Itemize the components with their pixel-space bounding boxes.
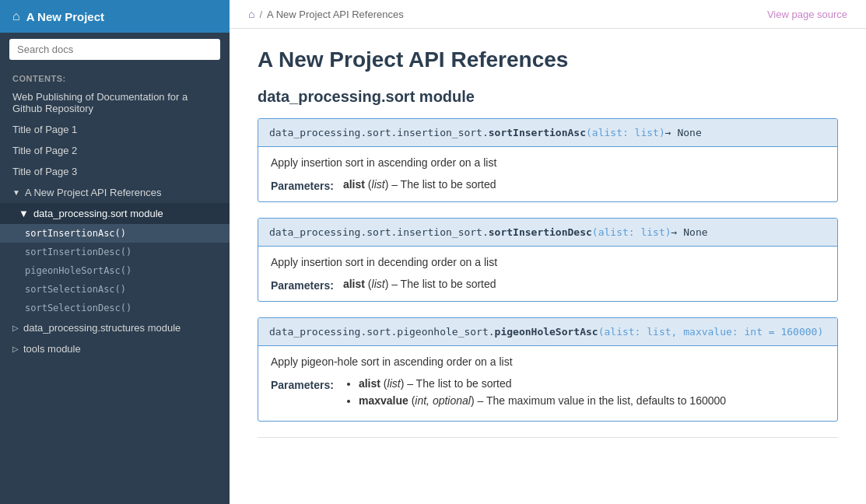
param-alist: alist (list) – The list to be sorted	[359, 377, 825, 390]
sig-name-1: sortInsertionAsc	[489, 127, 586, 138]
page-title: A New Project API References	[258, 47, 838, 72]
function-body-3: Apply pigeon-hole sort in ascending orde…	[258, 346, 837, 421]
submenu-item-sortSelectionDesc[interactable]: sortSelectionDesc()	[0, 299, 230, 317]
function-signature-2: data_processing.sort.insertion_sort.sort…	[258, 219, 837, 247]
function-desc-1: Apply insertion sort in ascending order …	[271, 156, 825, 169]
sig-prefix-3: data_processing.sort.pigeonhole_sort.	[269, 326, 495, 338]
function-signature-3: data_processing.sort.pigeonhole_sort.pig…	[258, 318, 837, 346]
contents-label: CONTENTS:	[0, 66, 230, 86]
params-list-3: alist (list) – The list to be sorted max…	[343, 377, 825, 411]
sidebar-item-page2[interactable]: Title of Page 2	[0, 140, 230, 161]
params-row-2: Parameters: alist (list) – The list to b…	[271, 278, 825, 292]
sidebar-item-api-ref[interactable]: ▼ A New Project API References	[0, 182, 230, 203]
submenu-item-sortInsertionAsc[interactable]: sortInsertionAsc()	[0, 224, 230, 243]
submenu-item-sortSelectionAsc[interactable]: sortSelectionAsc()	[0, 280, 230, 299]
params-content-2: alist (list) – The list to be sorted	[343, 278, 825, 290]
function-block-sortInsertionDesc: data_processing.sort.insertion_sort.sort…	[258, 218, 838, 302]
search-input[interactable]	[9, 39, 220, 60]
sig-return-2: → None	[671, 226, 708, 238]
module-title: data_processing.sort module	[258, 88, 838, 106]
tools-module-label: tools module	[23, 343, 81, 355]
home-icon: ⌂	[12, 9, 20, 23]
view-page-source-link[interactable]: View page source	[767, 9, 847, 20]
current-module-label: data_processing.sort module	[33, 208, 163, 219]
function-desc-3: Apply pigeon-hole sort in ascending orde…	[271, 355, 825, 368]
module-expand-icon: ▼	[19, 208, 29, 219]
sidebar-current-module[interactable]: ▼ data_processing.sort module	[0, 203, 230, 224]
sig-prefix-2: data_processing.sort.insertion_sort.	[269, 226, 489, 238]
breadcrumb-current: A New Project API References	[267, 9, 404, 20]
api-ref-label: A New Project API References	[25, 187, 162, 198]
expand-icon: ▼	[12, 188, 20, 197]
sidebar-item-structures-module[interactable]: ▷ data_processing.structures module	[0, 317, 230, 338]
params-label-2: Parameters:	[271, 278, 334, 292]
sig-params-1: (alist: list)	[586, 127, 665, 138]
function-block-pigeonHoleSortAsc: data_processing.sort.pigeonhole_sort.pig…	[258, 317, 838, 422]
breadcrumb: ⌂ / A New Project API References	[248, 8, 404, 20]
params-row-1: Parameters: alist (list) – The list to b…	[271, 178, 825, 192]
sig-name-3: pigeonHoleSortAsc	[495, 326, 598, 338]
sig-prefix-1: data_processing.sort.insertion_sort.	[269, 127, 489, 138]
bottom-divider	[258, 437, 838, 438]
sig-name-2: sortInsertionDesc	[489, 226, 592, 238]
expand-icon-structures: ▷	[12, 324, 19, 332]
breadcrumb-home-icon[interactable]: ⌂	[248, 8, 254, 20]
function-body-2: Apply insertion sort in decending order …	[258, 247, 837, 301]
sidebar-item-tools-module[interactable]: ▷ tools module	[0, 338, 230, 359]
function-block-sortInsertionAsc: data_processing.sort.insertion_sort.sort…	[258, 118, 838, 202]
submenu-item-sortInsertionDesc[interactable]: sortInsertionDesc()	[0, 243, 230, 261]
function-signature-1: data_processing.sort.insertion_sort.sort…	[258, 119, 837, 147]
params-content-1: alist (list) – The list to be sorted	[343, 178, 825, 191]
params-label-3: Parameters:	[271, 377, 334, 391]
sidebar-item-page3[interactable]: Title of Page 3	[0, 161, 230, 182]
main-content: ⌂ / A New Project API References View pa…	[230, 0, 866, 504]
sidebar-item-web-publishing[interactable]: Web Publishing of Documentation for a Gi…	[0, 86, 230, 119]
expand-icon-tools: ▷	[12, 345, 19, 353]
structures-module-label: data_processing.structures module	[23, 322, 181, 334]
sidebar-item-page1[interactable]: Title of Page 1	[0, 119, 230, 140]
sig-params-3: (alist: list, maxvalue: int = 160000)	[598, 326, 824, 338]
params-label-1: Parameters:	[271, 178, 334, 192]
function-body-1: Apply insertion sort in ascending order …	[258, 147, 837, 201]
sidebar: ⌂ A New Project CONTENTS: Web Publishing…	[0, 0, 230, 504]
breadcrumb-bar: ⌂ / A New Project API References View pa…	[230, 0, 866, 29]
sidebar-project-title: A New Project	[26, 10, 104, 23]
function-desc-2: Apply insertion sort in decending order …	[271, 256, 825, 268]
params-row-3: Parameters: alist (list) – The list to b…	[271, 377, 825, 411]
sig-params-2: (alist: list)	[592, 226, 671, 238]
breadcrumb-separator: /	[259, 9, 262, 20]
content-area: A New Project API References data_proces…	[230, 29, 866, 472]
param-maxvalue: maxvalue (int, optional) – The maximum v…	[359, 394, 825, 407]
sig-return-1: → None	[665, 127, 702, 138]
search-box-wrap	[0, 33, 230, 66]
submenu-item-pigeonHoleSortAsc[interactable]: pigeonHoleSortAsc()	[0, 261, 230, 280]
sidebar-header[interactable]: ⌂ A New Project	[0, 0, 230, 33]
